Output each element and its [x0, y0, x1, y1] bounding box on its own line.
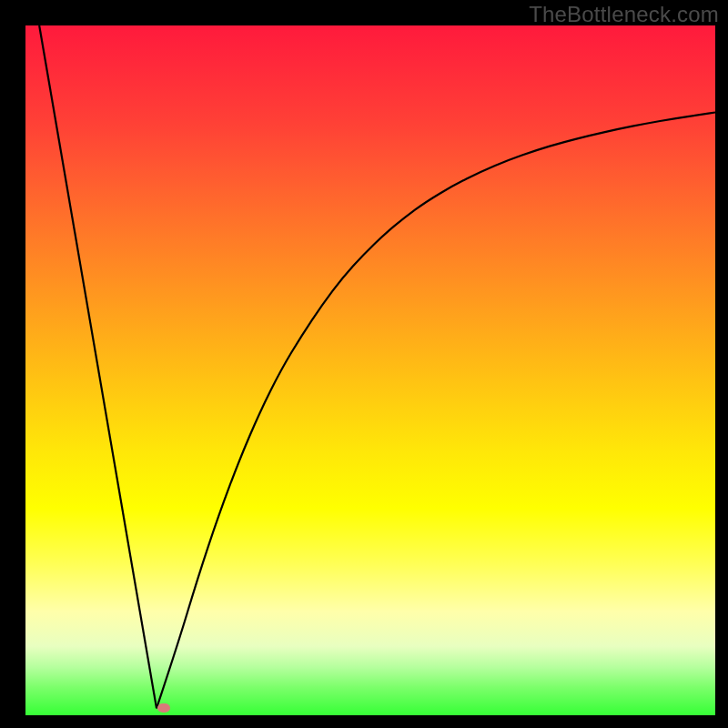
left-descent-line — [39, 25, 157, 708]
minimum-marker — [157, 703, 170, 713]
chart-frame: TheBottleneck.com — [0, 0, 728, 728]
watermark-text: TheBottleneck.com — [529, 2, 719, 27]
right-curve-line — [157, 113, 715, 709]
plot-area — [25, 25, 715, 715]
curve-layer — [25, 25, 715, 715]
